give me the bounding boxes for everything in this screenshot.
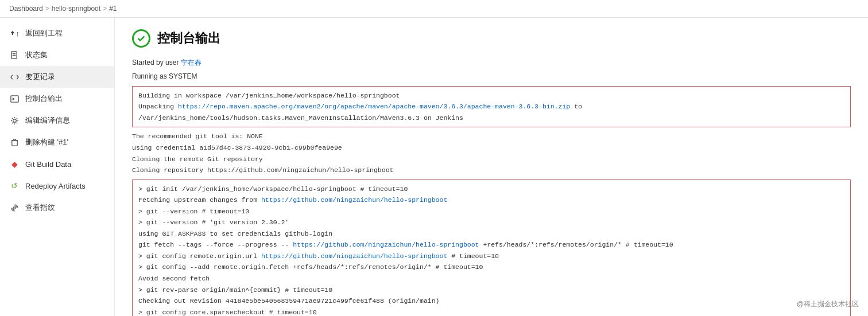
plain-lines: The recommended git tool is: NONEusing c… <box>132 131 851 175</box>
trash-icon <box>9 137 20 147</box>
plain-line: Cloning the remote Git repository <box>132 154 851 165</box>
main-content: 控制台输出 Started by user 宁在春 Running as SYS… <box>115 18 868 316</box>
console-line: > git rev-parse origin/main^{commit} # t… <box>138 284 844 296</box>
sidebar-item-back[interactable]: ↑ 返回到工程 <box>0 22 114 44</box>
svg-rect-6 <box>11 140 17 145</box>
plain-line: The recommended git tool is: NONE <box>132 131 851 142</box>
github-link[interactable]: https://github.com/ningzaichun/hello-spr… <box>261 196 447 204</box>
console-line-b1-2: Unpacking https://repo.maven.apache.org/… <box>138 101 844 123</box>
github-link[interactable]: https://github.com/ningzaichun/hello-spr… <box>261 252 447 260</box>
sidebar-label-git: Git Build Data <box>25 160 71 169</box>
console-block-1: Building in workspace /var/jenkins_home/… <box>132 86 851 128</box>
breadcrumb-sep1: > <box>45 5 49 13</box>
sidebar-label-status: 状态集 <box>25 50 48 60</box>
meta-user-link[interactable]: 宁在春 <box>181 58 202 67</box>
sidebar-item-edit[interactable]: 编辑编译信息 <box>0 110 114 131</box>
fingerprint-icon <box>9 202 20 213</box>
console-line: using GIT_ASKPASS to set credentials git… <box>138 228 844 240</box>
file-icon <box>9 50 20 60</box>
console-block-2: > git init /var/jenkins_home/workspace/h… <box>132 180 851 316</box>
console-line: > git --version # timeout=10 <box>138 206 844 217</box>
console-meta: Started by user 宁在春 <box>132 57 851 68</box>
sidebar-item-fingerprint[interactable]: 查看指纹 <box>0 197 114 219</box>
sidebar-label-changes: 变更记录 <box>25 72 55 82</box>
success-icon <box>132 29 150 48</box>
sidebar-item-changes[interactable]: 变更记录 <box>0 66 114 88</box>
unpacking-text: Unpacking <box>138 103 178 110</box>
git-icon: ◆ <box>9 159 20 169</box>
watermark: @稀土掘金技术社区 <box>797 299 859 309</box>
arrow-up-icon: ↑ <box>9 28 20 38</box>
breadcrumb: Dashboard > hello-springboot > #1 <box>0 0 868 18</box>
console-running: Running as SYSTEM <box>132 71 851 82</box>
sidebar-label-edit: 编辑编译信息 <box>25 115 70 126</box>
sidebar-label-console: 控制台输出 <box>25 93 63 104</box>
sidebar-item-console[interactable]: 控制台输出 <box>0 88 114 110</box>
breadcrumb-project[interactable]: hello-springboot <box>52 5 100 13</box>
console-line: > git config remote.origin.url https://g… <box>138 251 844 262</box>
breadcrumb-sep2: > <box>103 5 107 13</box>
sidebar-label-fingerprint: 查看指纹 <box>25 202 55 213</box>
plain-line: Cloning repository https://github.com/ni… <box>132 165 851 176</box>
github-link[interactable]: https://github.com/ningzaichun/hello-spr… <box>293 241 479 248</box>
sidebar-item-git[interactable]: ◆ Git Build Data <box>0 153 114 175</box>
title-row: 控制台输出 <box>132 29 851 48</box>
sidebar: ↑ 返回到工程 状态集 变更记录 <box>0 18 115 316</box>
sidebar-item-delete[interactable]: 删除构建 '#1' <box>0 131 114 153</box>
gear-icon <box>9 115 20 126</box>
console-line: Checking out Revision 44184e5be540568359… <box>138 295 844 307</box>
breadcrumb-dashboard[interactable]: Dashboard <box>9 5 43 13</box>
console-line: > git init /var/jenkins_home/workspace/h… <box>138 184 844 195</box>
console-line: > git config core.sparsecheckout # timeo… <box>138 307 844 316</box>
redeploy-icon: ↺ <box>9 181 20 191</box>
meta-started-text: Started by user <box>132 58 181 67</box>
sidebar-label-back: 返回到工程 <box>25 28 63 38</box>
console-line: Avoid second fetch <box>138 273 844 284</box>
svg-point-5 <box>13 119 16 122</box>
console-line: Fetching upstream changes from https://g… <box>138 194 844 206</box>
console-line-b1-1: Building in workspace /var/jenkins_home/… <box>138 90 844 102</box>
console-line: > git config --add remote.origin.fetch +… <box>138 262 844 273</box>
plain-line: using credential a1d57d4c-3873-4920-9cb1… <box>132 142 851 154</box>
page-title: 控制台输出 <box>157 30 220 47</box>
sidebar-item-status[interactable]: 状态集 <box>0 44 114 66</box>
sidebar-item-redeploy[interactable]: ↺ Redeploy Artifacts <box>0 175 114 197</box>
terminal-icon <box>9 93 20 104</box>
breadcrumb-build[interactable]: #1 <box>109 5 117 13</box>
code-icon <box>9 72 20 82</box>
sidebar-label-delete: 删除构建 '#1' <box>25 137 68 147</box>
maven-url[interactable]: https://repo.maven.apache.org/maven2/org… <box>178 103 570 110</box>
console-line: git fetch --tags --force --progress -- h… <box>138 239 844 251</box>
console-line: > git --version # 'git version 2.30.2' <box>138 217 844 228</box>
sidebar-label-redeploy: Redeploy Artifacts <box>25 182 86 190</box>
